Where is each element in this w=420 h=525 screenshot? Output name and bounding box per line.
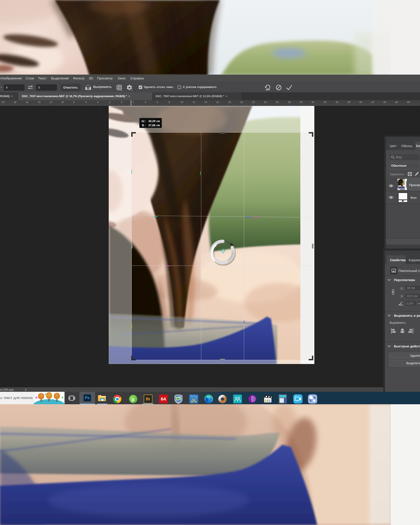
- svg-text:2: 2: [267, 399, 268, 403]
- svg-text:3: 3: [264, 399, 266, 403]
- svg-text:1: 1: [269, 399, 271, 403]
